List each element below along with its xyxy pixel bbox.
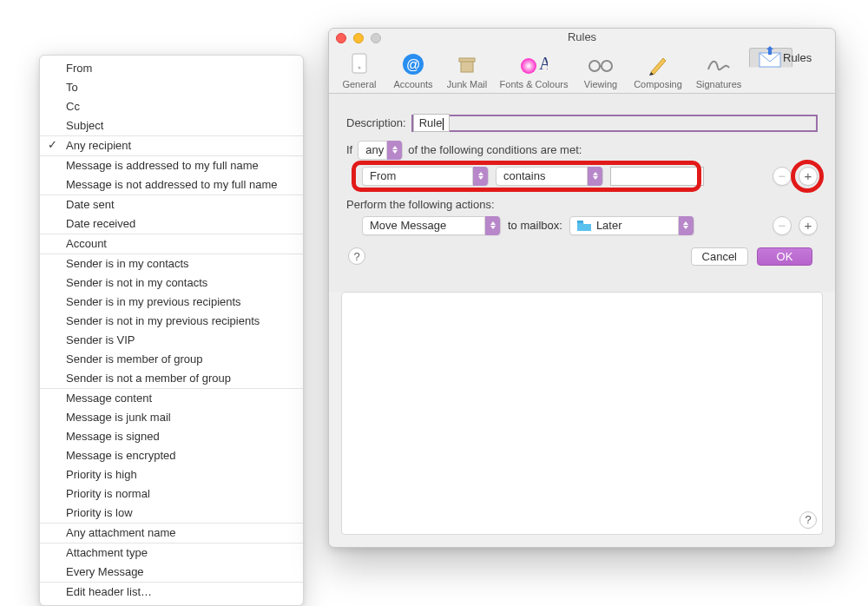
chevron-up-down-icon	[484, 216, 500, 235]
action-verb-value: Move Message	[370, 219, 446, 232]
checkmark-icon: ✓	[48, 137, 57, 153]
tab-composing[interactable]: Composing	[628, 48, 688, 93]
add-action-button[interactable]: +	[799, 216, 818, 235]
menu-item[interactable]: Subject	[40, 116, 303, 135]
tab-general[interactable]: General	[332, 48, 386, 93]
menu-item[interactable]: To	[40, 78, 303, 97]
condition-field-select[interactable]: From	[362, 167, 489, 186]
zoom-window-button[interactable]	[371, 33, 381, 43]
menu-item-label: Message content	[66, 392, 152, 405]
menu-item[interactable]: Sender is not in my previous recipients	[40, 312, 303, 331]
menu-item[interactable]: Priority is low	[40, 504, 303, 523]
menu-item[interactable]: Message is junk mail	[40, 408, 303, 427]
menu-item-label: Sender is VIP	[66, 333, 135, 346]
svg-point-9	[602, 61, 612, 71]
menu-item-label: Any attachment name	[66, 526, 175, 539]
actions-label: Perform the following actions:	[346, 198, 818, 211]
menu-item-label: Sender is in my contacts	[66, 257, 189, 270]
menu-item[interactable]: Message is addressed to my full name	[40, 156, 303, 175]
menu-item[interactable]: Cc	[40, 97, 303, 116]
menu-item[interactable]: Any attachment name	[40, 524, 303, 543]
rules-icon	[757, 44, 783, 70]
menu-item[interactable]: Message is not addressed to my full name	[40, 175, 303, 194]
menu-item[interactable]: Message is encrypted	[40, 446, 303, 465]
match-scope-suffix: of the following conditions are met:	[408, 143, 582, 156]
condition-field-value: From	[370, 169, 396, 182]
action-mailbox-value: Later	[596, 219, 622, 232]
svg-text:A: A	[539, 54, 548, 73]
menu-item[interactable]: Priority is high	[40, 465, 303, 484]
chevron-up-down-icon	[678, 216, 694, 235]
close-window-button[interactable]	[336, 33, 346, 43]
menu-item-label: Message is encrypted	[66, 449, 175, 462]
menu-item[interactable]: Sender is in my contacts	[40, 254, 303, 273]
text-caret-icon	[443, 118, 444, 130]
menu-item-label: Message is signed	[66, 430, 160, 443]
tab-junk-mail[interactable]: Junk Mail	[440, 48, 494, 93]
tab-fonts-colours[interactable]: A Fonts & Colours	[494, 48, 574, 93]
tab-accounts[interactable]: @ Accounts	[386, 48, 440, 93]
rules-preferences-window: Rules General @ Accounts Junk Mail	[328, 28, 836, 548]
menu-item-label: Any recipient	[66, 139, 131, 152]
menu-item[interactable]: Sender is VIP	[40, 331, 303, 350]
svg-rect-0	[352, 54, 366, 73]
menu-item[interactable]: Date received	[40, 214, 303, 234]
menu-item-label: Message is addressed to my full name	[66, 159, 259, 172]
menu-item-label: Sender is member of group	[66, 352, 203, 366]
menu-item[interactable]: Every Message	[40, 563, 303, 582]
menu-item[interactable]: Date sent	[40, 195, 303, 214]
condition-field-menu: FromToCcSubject✓Any recipientMessage is …	[39, 55, 304, 606]
chevron-up-down-icon	[472, 167, 488, 186]
menu-item-label: To	[66, 81, 78, 94]
action-verb-select[interactable]: Move Message	[362, 216, 501, 235]
menu-item[interactable]: Account	[40, 234, 303, 254]
ok-button[interactable]: OK	[757, 247, 812, 266]
help-button[interactable]: ?	[348, 247, 365, 265]
description-label: Description:	[346, 116, 406, 129]
tab-label: General	[332, 79, 386, 89]
menu-item[interactable]: Sender is in my previous recipients	[40, 293, 303, 312]
pencil-icon	[642, 51, 674, 77]
condition-value-input[interactable]	[610, 167, 704, 186]
rule-edit-sheet: Description: Rule If any of the followin…	[329, 94, 835, 292]
menu-item-label: Cc	[66, 100, 80, 113]
tab-label: Signatures	[688, 79, 749, 89]
tab-label: Junk Mail	[440, 79, 494, 89]
remove-action-button[interactable]: −	[773, 216, 792, 235]
tab-viewing[interactable]: Viewing	[574, 48, 628, 93]
menu-item-label: Every Message	[66, 565, 144, 578]
svg-point-8	[589, 61, 600, 71]
menu-item-label: Message is not addressed to my full name	[66, 178, 278, 191]
menu-item-label: Sender is in my previous recipients	[66, 295, 241, 308]
tab-rules[interactable]: Rules	[749, 48, 792, 67]
match-scope-value: any	[365, 143, 384, 156]
fonts-colours-icon: A	[518, 51, 549, 77]
remove-condition-button[interactable]: −	[773, 167, 792, 186]
menu-item[interactable]: Priority is normal	[40, 484, 303, 504]
menu-item[interactable]: Message is signed	[40, 427, 303, 446]
minimize-window-button[interactable]	[353, 33, 364, 43]
at-sign-icon: @	[398, 51, 429, 77]
signature-icon	[703, 51, 734, 77]
menu-item[interactable]: Attachment type	[40, 543, 303, 563]
menu-item[interactable]: From	[40, 59, 303, 78]
menu-item[interactable]: ✓Any recipient	[40, 136, 303, 155]
cancel-button[interactable]: Cancel	[691, 247, 748, 266]
menu-item[interactable]: Sender is not a member of group	[40, 369, 303, 388]
match-scope-select[interactable]: any	[358, 141, 403, 160]
menu-item-label: Attachment type	[66, 546, 148, 559]
svg-rect-12	[577, 221, 583, 223]
menu-item[interactable]: Edit header list…	[40, 583, 303, 602]
panel-help-button[interactable]: ?	[799, 511, 817, 529]
menu-item[interactable]: Sender is not in my contacts	[40, 273, 303, 293]
menu-item-label: Date received	[66, 217, 135, 230]
tab-signatures[interactable]: Signatures	[688, 48, 749, 93]
add-condition-button[interactable]: +	[799, 167, 818, 186]
action-mailbox-select[interactable]: Later	[569, 216, 694, 235]
condition-operator-select[interactable]: contains	[496, 167, 603, 186]
menu-item[interactable]: Message content	[40, 389, 303, 408]
menu-item-label: Sender is not in my contacts	[66, 276, 207, 289]
menu-item[interactable]: Sender is member of group	[40, 350, 303, 369]
description-input[interactable]: Rule	[413, 114, 450, 132]
chevron-up-down-icon	[587, 167, 602, 186]
